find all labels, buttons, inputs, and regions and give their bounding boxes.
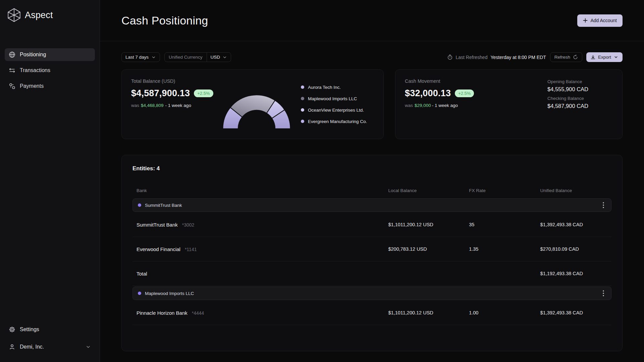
- currency-value: USD: [211, 55, 220, 60]
- fx-rate: 1.35: [469, 246, 540, 252]
- cash-movement-card: Cash Movement $32,000.13 +2.5% was $29,0…: [395, 69, 623, 139]
- gauge-donut-svg: [221, 93, 292, 130]
- sidebar-item-positioning[interactable]: Positioning: [5, 48, 95, 61]
- unified-currency-label: Unified Currency: [165, 53, 207, 62]
- legend-item: Maplewood Imports LLC: [301, 96, 374, 101]
- entity-gauge-chart: [221, 81, 292, 130]
- entities-table: Bank Local Balance FX Rate Unified Balan…: [132, 188, 611, 325]
- opening-balance-label: Opening Balance: [547, 79, 613, 84]
- sidebar-nav: Positioning Transactions Payments: [5, 48, 95, 93]
- currency-dropdown[interactable]: USD: [207, 55, 231, 60]
- last-refreshed-value: Yesterday at 8:00 PM EDT: [490, 55, 546, 60]
- user-icon: [9, 344, 15, 350]
- unified-balance: $270,810.09 CAD: [540, 246, 611, 252]
- export-button[interactable]: Export: [586, 52, 623, 62]
- table-row[interactable]: Everwood Financial *1141 $200,783.12 USD…: [132, 237, 611, 261]
- chevron-down-icon: [222, 55, 227, 60]
- was-suffix: - 1 week ago: [432, 103, 458, 108]
- table-row[interactable]: SummitTrust Bank *3002 $1,1011,200.12 US…: [132, 213, 611, 237]
- cash-movement-amount: $32,000.13: [405, 88, 451, 99]
- settings-label: Settings: [20, 326, 39, 333]
- sidebar: Aspect Positioning Transactions Payments: [0, 0, 100, 362]
- transfer-arrows-icon: [9, 67, 15, 74]
- entity-group-name: Maplewood Imports LLC: [145, 291, 194, 296]
- was-amount: $29,000: [415, 103, 431, 108]
- export-label: Export: [598, 55, 611, 60]
- fx-rate: 35: [469, 222, 540, 227]
- legend-dot: [301, 97, 304, 100]
- column-header-bank: Bank: [137, 188, 388, 193]
- main-content: Cash Positioning Add Account Last 7 days…: [100, 0, 644, 362]
- bank-name: Everwood Financial: [137, 246, 180, 252]
- refresh-label: Refresh: [554, 55, 570, 60]
- total-balance-card: Total Balance (USD) $4,587,900.13 +2.5% …: [121, 69, 384, 139]
- sidebar-item-payments[interactable]: Payments: [5, 80, 95, 93]
- account-number: *4444: [192, 310, 204, 316]
- was-label: was: [405, 103, 413, 108]
- legend-label: Aurora Tech Inc.: [308, 85, 341, 90]
- sidebar-item-label: Transactions: [20, 67, 50, 73]
- checking-balance-label: Checking Balance: [547, 96, 613, 101]
- cash-movement-metric: Cash Movement $32,000.13 +2.5% was $29,0…: [405, 78, 489, 130]
- globe-icon: [9, 51, 15, 58]
- last-refreshed: Last Refreshed Yesterday at 8:00 PM EDT: [447, 54, 546, 60]
- sidebar-item-transactions[interactable]: Transactions: [5, 64, 95, 77]
- toolbar: Last 7 days Unified Currency USD Last Re…: [100, 41, 644, 62]
- account-number: *3002: [182, 222, 195, 228]
- gauge-legend: Aurora Tech Inc. Maplewood Imports LLC O…: [301, 78, 374, 130]
- group-menu-button[interactable]: [598, 200, 608, 210]
- app-logo: Aspect: [5, 8, 95, 22]
- was-amount: $4,468,809: [141, 103, 164, 108]
- total-balance-change-badge: +2.5%: [194, 89, 213, 97]
- legend-dot: [301, 120, 304, 123]
- unified-balance: $1,392,493.38 CAD: [540, 310, 611, 315]
- legend-label: OceanView Enterprises Ltd.: [308, 108, 364, 113]
- toolbar-actions: Last Refreshed Yesterday at 8:00 PM EDT …: [447, 52, 623, 62]
- legend-item: Evergreen Manufacturing Co.: [301, 119, 374, 124]
- entity-group-row-maplewood[interactable]: Maplewood Imports LLC: [132, 287, 611, 300]
- table-row[interactable]: Pinnacle Horizon Bank *4444 $1,1011,200.…: [132, 301, 611, 325]
- sidebar-item-label: Payments: [20, 83, 44, 89]
- column-header-fx-rate: FX Rate: [469, 188, 540, 193]
- split-payment-icon: [9, 83, 15, 89]
- sidebar-item-settings[interactable]: Settings: [5, 324, 95, 335]
- total-balance-amount: $4,587,900.13: [131, 88, 190, 99]
- local-balance: $1,1011,200.12 USD: [388, 222, 469, 227]
- was-suffix: - 1 week ago: [165, 103, 191, 108]
- column-header-local-balance: Local Balance: [388, 188, 469, 193]
- page-title: Cash Positioning: [121, 14, 208, 27]
- group-total-value: $1,192,493.38 CAD: [540, 271, 611, 276]
- entity-group-row-summittrust[interactable]: SummitTrust Bank: [132, 198, 611, 212]
- plus-icon: [583, 18, 588, 23]
- sidebar-footer: Settings Demi, Inc.: [5, 324, 95, 352]
- legend-label: Maplewood Imports LLC: [308, 96, 357, 101]
- kebab-menu-icon: [603, 290, 604, 296]
- toolbar-filters: Last 7 days Unified Currency USD: [121, 52, 231, 62]
- account-number: *1141: [185, 247, 197, 252]
- checking-balance-value: $4,587,900 CAD: [547, 103, 613, 109]
- entity-dot: [138, 292, 141, 295]
- legend-label: Evergreen Manufacturing Co.: [308, 119, 367, 124]
- total-balance-previous: was $4,468,809 - 1 week ago: [131, 103, 215, 108]
- legend-dot: [301, 108, 304, 112]
- group-total-row: Total $1,192,493.38 CAD: [132, 261, 611, 286]
- kebab-menu-icon: [603, 202, 604, 208]
- download-icon: [591, 55, 595, 60]
- column-header-unified-balance: Unified Balance: [540, 188, 611, 193]
- entity-group-name: SummitTrust Bank: [145, 203, 182, 208]
- opening-balance-value: $4,555,900 CAD: [547, 86, 613, 93]
- refresh-button[interactable]: Refresh: [550, 52, 582, 62]
- group-menu-button[interactable]: [598, 288, 608, 298]
- metric-cards: Total Balance (USD) $4,587,900.13 +2.5% …: [100, 62, 644, 139]
- total-balance-label: Total Balance (USD): [131, 78, 215, 84]
- last-refreshed-label: Last Refreshed: [456, 55, 488, 60]
- add-account-button[interactable]: Add Account: [577, 14, 623, 27]
- date-range-dropdown[interactable]: Last 7 days: [121, 52, 160, 62]
- bank-name: Pinnacle Horizon Bank: [137, 310, 187, 316]
- was-label: was: [131, 103, 139, 108]
- legend-item: Aurora Tech Inc.: [301, 85, 374, 90]
- aspect-logo-icon: [7, 8, 21, 22]
- bank-name: SummitTrust Bank: [137, 222, 178, 228]
- entity-dot: [138, 203, 141, 207]
- org-switcher[interactable]: Demi, Inc.: [5, 342, 95, 352]
